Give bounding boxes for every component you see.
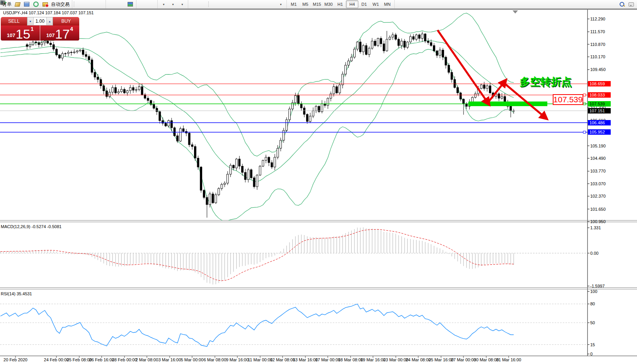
line-chart-icon[interactable]: [95, 1, 104, 8]
price-badge: 105.952: [588, 129, 611, 135]
fibonacci-icon[interactable]: F: [248, 1, 257, 8]
price-tick: 102.370: [590, 194, 606, 198]
text-tool-icon[interactable]: A: [257, 1, 267, 8]
price-badge: 108.659: [588, 81, 611, 86]
crosshair-icon[interactable]: [199, 1, 208, 8]
rsi-axis-tick: 100: [590, 289, 597, 294]
time-tick-label: 13 Mar 16:00: [293, 357, 318, 362]
volume-down-button[interactable]: ▼: [27, 17, 34, 25]
chat-icon[interactable]: [627, 1, 636, 8]
zoom-out-icon[interactable]: [116, 1, 126, 8]
add-indicator-icon[interactable]: ▾: [159, 1, 168, 8]
one-click-trade-panel: SELL ▼ 1.00 ▲ BUY 107 15 1 107 17 4: [1, 17, 79, 41]
toolbar-group-zoom: [106, 0, 136, 8]
time-tick-label: 5 Mar 00:00: [181, 357, 204, 362]
trendline-icon[interactable]: [230, 1, 239, 8]
price-tick: 110.170: [590, 54, 605, 59]
price-tick: 112.290: [590, 17, 605, 21]
price-badge: 107.151: [588, 108, 611, 113]
cursor-icon[interactable]: [189, 1, 199, 8]
market-watch-icon[interactable]: [31, 1, 41, 8]
price-tick: 111.570: [590, 29, 605, 34]
toolbar-group-trade: 订单 自动交易: [0, 0, 72, 8]
period-clock-icon[interactable]: ▾: [168, 1, 177, 8]
bar-chart-icon[interactable]: [77, 1, 86, 8]
turning-point-annotation[interactable]: 多空转折点: [519, 75, 572, 89]
main-toolbar: 订单 自动交易: [0, 0, 637, 9]
buy-price-sup: 4: [70, 26, 73, 32]
horizontal-line-icon[interactable]: [220, 1, 230, 8]
price-tick: 101.650: [590, 207, 606, 212]
autotrading-button[interactable]: 自动交易: [51, 1, 70, 8]
timeframe-m5[interactable]: M5: [300, 1, 311, 8]
price-tick: 110.870: [590, 42, 605, 47]
timeframe-d1[interactable]: D1: [358, 1, 370, 8]
volume-up-button[interactable]: ▲: [46, 17, 53, 25]
buy-price-prefix: 107: [46, 32, 55, 38]
macd-axis-max: 1.331: [590, 225, 601, 230]
macd-axis-min: -1.5997: [590, 284, 605, 288]
time-tick-label: 25 Feb 08:00: [67, 357, 92, 362]
chart-shift-marker[interactable]: [513, 10, 518, 14]
buy-price-button[interactable]: 107 17 4: [40, 25, 79, 41]
chart-canvas[interactable]: [0, 0, 637, 364]
sell-price-big: 15: [16, 28, 31, 40]
price-badge: 107.539: [588, 101, 611, 107]
time-tick-label: 24 Feb 00:00: [44, 357, 69, 362]
timeframe-m30[interactable]: M30: [323, 1, 334, 8]
price-tick: 103.770: [590, 169, 606, 173]
toolbar-group-right: [616, 0, 637, 8]
rsi-axis-tick: 80: [590, 301, 595, 306]
label-tool-icon[interactable]: T: [267, 1, 276, 8]
tile-windows-icon[interactable]: [126, 1, 135, 8]
toolbar-group-arrange: [136, 0, 158, 8]
timeframe-h4[interactable]: H4: [346, 0, 358, 8]
price-badge: 108.033: [588, 92, 611, 98]
time-tick-label: 20 Feb 2020: [3, 357, 27, 362]
zoom-in-icon[interactable]: [107, 1, 116, 8]
timeframe-m15[interactable]: M15: [311, 1, 323, 8]
timeframe-h1[interactable]: H1: [334, 1, 346, 8]
arrow-objects-icon[interactable]: ▾: [276, 1, 285, 8]
search-icon[interactable]: [617, 1, 627, 8]
timeframe-w1[interactable]: W1: [370, 1, 382, 8]
time-tick-label: 31 Mar 16:00: [496, 357, 521, 362]
buy-button[interactable]: BUY: [53, 17, 79, 25]
template-icon[interactable]: ▾: [177, 1, 187, 8]
price-callout-box[interactable]: 107.539: [553, 94, 583, 105]
buy-price-big: 17: [55, 28, 70, 40]
rsi-axis-tick: 50: [590, 320, 595, 325]
sell-price-button[interactable]: 107 15 1: [1, 25, 40, 41]
time-tick-label: 2 Mar 08:00: [136, 357, 158, 362]
time-tick-label: 6 Mar 08:00: [204, 357, 227, 362]
time-tick-label: 3 Mar 16:00: [158, 357, 181, 362]
symbol-ohlc-label: USDJPY-,H4 107.124 107.184 107.037 107.1…: [3, 10, 94, 15]
price-tick: 103.070: [590, 181, 606, 186]
time-tick-label: 28 Feb 00:00: [112, 357, 137, 362]
strategy-tester-icon[interactable]: [147, 1, 156, 8]
macd-axis-zero: 0.00: [590, 251, 598, 256]
price-tick: 109.450: [590, 67, 606, 72]
new-order-icon[interactable]: [13, 1, 22, 8]
timeframe-mn[interactable]: MN: [382, 1, 393, 8]
timeframe-m1[interactable]: M1: [288, 1, 300, 8]
time-tick-label: 19 Mar 16:00: [361, 357, 386, 362]
sell-button[interactable]: SELL: [1, 17, 27, 25]
candlestick-chart-icon[interactable]: [86, 1, 95, 8]
price-tick: 105.190: [590, 144, 606, 148]
time-tick-label: 23 Mar 00:00: [383, 357, 409, 362]
rsi-axis-tick: 15: [590, 342, 595, 347]
time-tick-label: 11 Mar 00:00: [248, 357, 273, 362]
vertical-line-icon[interactable]: [211, 1, 220, 8]
macd-label: MACD(12,26,9) -0.5274 -0.5081: [1, 224, 61, 229]
history-center-icon[interactable]: [22, 1, 31, 8]
data-window-icon[interactable]: [138, 1, 147, 8]
price-tick: 100.950: [590, 219, 606, 224]
volume-value[interactable]: 1.00: [34, 17, 46, 25]
mt4-window: 订单 自动交易: [0, 0, 637, 364]
equidistant-channel-icon[interactable]: E: [239, 1, 248, 8]
autotrading-icon[interactable]: [41, 1, 50, 8]
price-badge: 106.486: [588, 120, 611, 125]
time-tick-label: 12 Mar 08:00: [270, 357, 295, 362]
rsi-axis-tick: 0: [590, 352, 593, 356]
